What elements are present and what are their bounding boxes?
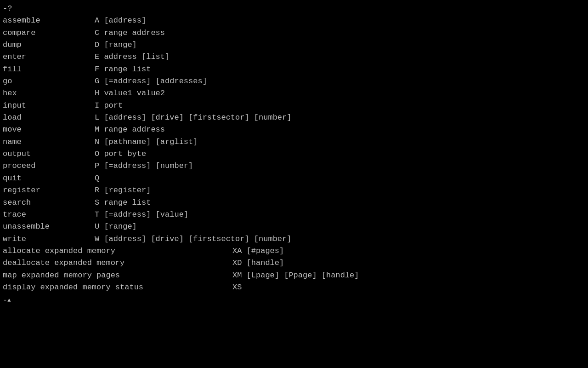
cmd-name-label: trace <box>3 209 95 221</box>
cmd-name-label: allocate expanded memory <box>3 245 232 257</box>
command-line: nameN [pathname] [arglist] <box>3 136 585 148</box>
cmd-name-label: output <box>3 148 95 160</box>
cmd-syntax-label: N [pathname] [arglist] <box>95 136 198 148</box>
command-line: proceedP [=address] [number] <box>3 160 585 172</box>
prompt-symbol: - <box>3 294 7 306</box>
cmd-syntax-label: XD [handle] <box>232 257 284 269</box>
cmd-syntax-label: A [address] <box>95 15 146 27</box>
command-line: display expanded memory statusXS <box>3 282 585 293</box>
cmd-name-label: unassemble <box>3 221 95 233</box>
command-line: deallocate expanded memoryXD [handle] <box>3 257 585 269</box>
cmd-name-label: write <box>3 233 95 245</box>
cmd-syntax-label: G [=address] [addresses] <box>95 75 207 87</box>
cmd-syntax-label: O port byte <box>95 148 146 160</box>
cmd-syntax-label: F range list <box>95 63 151 75</box>
command-line: searchS range list <box>3 197 585 209</box>
cmd-syntax-label: T [=address] [value] <box>95 209 188 221</box>
cmd-name-label: load <box>3 112 95 124</box>
cmd-name-label: search <box>3 197 95 209</box>
command-line: inputI port <box>3 100 585 112</box>
command-line: compareC range address <box>3 27 585 39</box>
command-line: moveM range address <box>3 124 585 136</box>
cmd-name-label: move <box>3 124 95 136</box>
command-line: quitQ <box>3 172 585 184</box>
command-line: outputO port byte <box>3 148 585 160</box>
terminal: -?assembleA [address]compareC range addr… <box>1 2 587 366</box>
cmd-syntax-label: C range address <box>95 27 165 39</box>
command-line: fillF range list <box>3 63 585 75</box>
command-line: map expanded memory pagesXM [Lpage] [Ppa… <box>3 270 585 282</box>
cmd-name-label: assemble <box>3 15 95 27</box>
cmd-name-label: hex <box>3 87 95 99</box>
command-line: assembleA [address] <box>3 15 585 27</box>
command-line: allocate expanded memoryXA [#pages] <box>3 245 585 257</box>
command-line: enterE address [list] <box>3 51 585 63</box>
cmd-name-label: map expanded memory pages <box>3 270 232 282</box>
cmd-name-label: name <box>3 136 95 148</box>
command-line: writeW [address] [drive] [firstsector] [… <box>3 233 585 245</box>
cmd-name-label: fill <box>3 63 95 75</box>
cursor-indicator: ▲ <box>7 296 11 305</box>
command-line: loadL [address] [drive] [firstsector] [n… <box>3 112 585 124</box>
cmd-syntax-label: M range address <box>95 124 165 136</box>
command-line: goG [=address] [addresses] <box>3 75 585 87</box>
cmd-help-label: -? <box>3 3 12 15</box>
cmd-syntax-label: P [=address] [number] <box>95 160 193 172</box>
command-line: traceT [=address] [value] <box>3 209 585 221</box>
cmd-syntax-label: R [register] <box>95 184 151 196</box>
cmd-syntax-label: L [address] [drive] [firstsector] [numbe… <box>95 112 291 124</box>
cmd-name-label: go <box>3 75 95 87</box>
cmd-name-label: dump <box>3 39 95 51</box>
cmd-syntax-label: Q <box>95 172 99 184</box>
cmd-name-label: deallocate expanded memory <box>3 257 232 269</box>
cmd-name-label: enter <box>3 51 95 63</box>
cmd-syntax-label: D [range] <box>95 39 137 51</box>
cmd-name-label: quit <box>3 172 95 184</box>
cmd-name-label: proceed <box>3 160 95 172</box>
command-line: unassembleU [range] <box>3 221 585 233</box>
cmd-syntax-label: H value1 value2 <box>95 87 165 99</box>
cmd-syntax-label: W [address] [drive] [firstsector] [numbe… <box>95 233 291 245</box>
command-line: hexH value1 value2 <box>3 87 585 99</box>
cmd-syntax-label: U [range] <box>95 221 137 233</box>
command-line: registerR [register] <box>3 184 585 196</box>
prompt-line: - ▲ <box>3 294 585 306</box>
cmd-syntax-label: I port <box>95 100 123 112</box>
command-line: -? <box>3 3 585 15</box>
cmd-syntax-label: E address [list] <box>95 51 170 63</box>
cmd-name-label: input <box>3 100 95 112</box>
cmd-syntax-label: S range list <box>95 197 151 209</box>
cmd-name-label: display expanded memory status <box>3 282 232 293</box>
cmd-name-label: register <box>3 184 95 196</box>
command-line: dumpD [range] <box>3 39 585 51</box>
cmd-syntax-label: XA [#pages] <box>232 245 284 257</box>
cmd-syntax-label: XS <box>232 282 242 293</box>
cmd-syntax-label: XM [Lpage] [Ppage] [handle] <box>232 270 359 282</box>
cmd-name-label: compare <box>3 27 95 39</box>
